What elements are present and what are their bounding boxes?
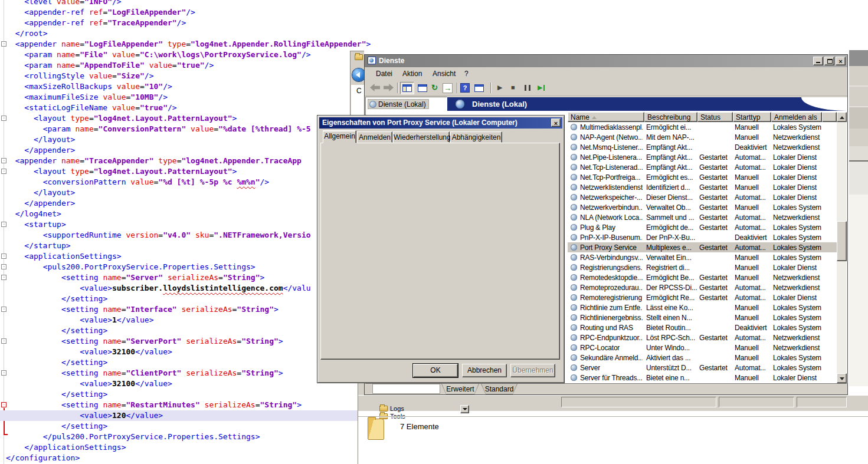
service-gear-icon: [571, 284, 577, 291]
column-label: Starttyp: [736, 113, 760, 121]
cell-status: Gestartet: [697, 203, 733, 212]
table-row[interactable]: Remoteprozedurau...Der RPCSS-Di...Gestar…: [568, 282, 837, 292]
uebernehmen-button[interactable]: Übernehmen: [510, 364, 555, 377]
back-icon[interactable]: [370, 84, 380, 91]
column-header-beschreibung[interactable]: Beschreibung: [644, 112, 697, 122]
scroll-down-button[interactable]: [837, 373, 847, 383]
cell-beschreibung: Empfängt Akt...: [644, 163, 697, 172]
table-row[interactable]: Richtlinie zum Entfe...Lässt eine Ko...M…: [568, 302, 837, 312]
refresh-icon[interactable]: ↻: [430, 83, 440, 93]
services-header-band: Dienste (Lokal): [447, 97, 847, 111]
dropdown-button[interactable]: [460, 405, 469, 413]
table-row[interactable]: Richtlinienergebniss...Stellt einen N...…: [568, 312, 837, 323]
cell-beschreibung: Empfängt Akt...: [644, 143, 697, 152]
cell-beschreibung: Aktiviert das ...: [644, 354, 697, 362]
tab-abhaengigkeiten[interactable]: Abhängigkeiten: [450, 131, 502, 143]
cell-starttyp: Automat...: [733, 223, 771, 232]
tree-item-dienste-lokal[interactable]: Dienste (Lokal): [368, 99, 429, 109]
table-row[interactable]: Netzwerkspeicher-...Dieser Dienst...Gest…: [568, 192, 837, 202]
cell-starttyp: Automat...: [733, 213, 771, 222]
back-button[interactable]: [352, 68, 364, 81]
folder-list-item[interactable]: Logs: [379, 404, 404, 412]
table-row[interactable]: Net.Tcp-Portfreiga...Ermöglicht es...Ges…: [568, 172, 837, 182]
abbrechen-button[interactable]: Abbrechen: [462, 364, 507, 377]
cell-name: Remoteprozedurau...: [568, 284, 644, 292]
table-row[interactable]: Plug & PlayErmöglicht de...GestartetAuto…: [568, 222, 837, 232]
services-gear-icon: [369, 101, 376, 108]
export-list-icon[interactable]: →: [443, 83, 453, 93]
maximize-button[interactable]: [824, 57, 834, 65]
cell-name: Multimediaklassenpl...: [568, 123, 644, 131]
start-service-icon[interactable]: ▶: [497, 84, 502, 91]
column-header-name[interactable]: Name: [568, 112, 644, 122]
column-header-status[interactable]: Status: [697, 112, 733, 122]
column-label: Beschreibung: [647, 113, 690, 121]
table-row[interactable]: Net.Msmq-Listener...Empfängt Akt...Deakt…: [568, 142, 837, 152]
table-row[interactable]: PnP-X-IP-Busenum...Der PnP-X-Bu...Deakti…: [568, 232, 837, 242]
cell-name: Remoteregistrierung: [568, 294, 644, 302]
cell-status: Gestartet: [697, 243, 733, 252]
pause-service-icon[interactable]: [525, 85, 530, 91]
tab-anmelden[interactable]: Anmelden: [357, 131, 392, 143]
cell-anmelden-als: Netzwerkdienst: [771, 284, 822, 292]
tab-standard[interactable]: Standard: [481, 384, 517, 394]
forward-icon[interactable]: [384, 84, 394, 91]
column-header-starttyp[interactable]: Starttyp: [733, 112, 771, 122]
ok-button[interactable]: OK: [413, 364, 458, 377]
service-gear-icon: [571, 254, 577, 261]
restart-service-icon[interactable]: ▶: [538, 84, 542, 91]
cell-starttyp: Manuell: [733, 183, 771, 192]
table-row[interactable]: Net.Pipe-Listenera...Empfängt Akt...Gest…: [568, 152, 837, 162]
menu-help[interactable]: ?: [464, 70, 469, 78]
table-row[interactable]: NAP-Agent (Netwo...Mit dem NAP-...Manuel…: [568, 132, 837, 142]
table-row[interactable]: Registrierungsdiens...Registriert di...M…: [568, 262, 837, 272]
help-icon[interactable]: ?: [460, 83, 470, 93]
tab-allgemein[interactable]: Allgemein: [323, 130, 356, 143]
table-row[interactable]: RAS-Verbindungsv...Verwaltet Ein...Manue…: [568, 252, 837, 262]
dialog-titlebar[interactable]: Eigenschaften von Port Proxy Service (Lo…: [319, 117, 562, 129]
table-row[interactable]: RemoteregistrierungErmöglicht Re...Gesta…: [568, 292, 837, 302]
cell-anmelden-als: Netzwerkdienst: [771, 133, 822, 141]
column-header-anmelden-als[interactable]: Anmelden als: [771, 112, 822, 122]
cell-anmelden-als: Lokales System: [771, 223, 822, 232]
dialog-close-button[interactable]: ×: [551, 119, 561, 127]
stop-service-icon[interactable]: ■: [511, 84, 515, 91]
table-row[interactable]: Net.Tcp-Listenerad...Empfängt Akt...Gest…: [568, 162, 837, 172]
menu-datei[interactable]: Datei: [376, 70, 392, 78]
table-row[interactable]: RPC-Endpunktzuor...Löst RPC-Sch...Gestar…: [568, 333, 837, 343]
cell-anmelden-als: Lokaler Dienst: [771, 173, 822, 182]
cell-starttyp: Manuell: [733, 203, 771, 212]
services-titlebar[interactable]: Dienste ×: [365, 55, 847, 67]
minimize-button[interactable]: [813, 57, 823, 65]
table-scrollbar[interactable]: [837, 112, 847, 383]
cell-beschreibung: Unter Windo...: [644, 344, 697, 352]
tab-wiederherstellung[interactable]: Wiederherstellung: [393, 131, 450, 143]
service-gear-icon: [571, 244, 577, 251]
menu-ansicht[interactable]: Ansicht: [433, 70, 456, 78]
cell-beschreibung: Der RPCSS-Di...: [644, 284, 697, 292]
show-console-tree-button[interactable]: [400, 82, 414, 94]
cell-name: RPC-Endpunktzuor...: [568, 334, 644, 342]
menu-aktion[interactable]: Aktion: [402, 70, 422, 78]
table-row[interactable]: Routing und RASBietet Routin...Deaktivie…: [568, 323, 837, 333]
table-row[interactable]: Server für Threads...Bietet eine n...Man…: [568, 373, 837, 383]
new-window-icon[interactable]: [474, 84, 484, 92]
table-row[interactable]: NetzwerklistendienstIdentifiziert d...Ge…: [568, 182, 837, 192]
cell-anmelden-als: Lokales System: [771, 254, 822, 262]
table-row[interactable]: Remotedesktopdie...Ermöglicht Be...Gesta…: [568, 272, 837, 282]
scroll-up-button[interactable]: [837, 112, 847, 122]
service-gear-icon: [571, 154, 577, 160]
table-row[interactable]: ServerUnterstützt D...GestartetAutomat..…: [568, 363, 837, 373]
table-row[interactable]: RPC-LocatorUnter Windo...ManuellNetzwerk…: [568, 343, 837, 353]
properties-icon[interactable]: [418, 84, 427, 92]
tab-erweitert[interactable]: Erweitert: [441, 384, 479, 394]
scrollbar-thumb[interactable]: [837, 221, 847, 261]
table-row[interactable]: Netzwerkverbindun...Verwaltet Ob...Gesta…: [568, 202, 837, 212]
close-button[interactable]: ×: [836, 57, 846, 65]
table-row[interactable]: Multimediaklassenpl...Ermöglicht ei...Ma…: [568, 122, 837, 132]
table-row[interactable]: Port Proxy ServiceMultiplexes e...Gestar…: [568, 242, 837, 252]
service-gear-icon: [571, 274, 577, 281]
folder-icon: [379, 406, 388, 412]
table-row[interactable]: Sekundäre Anmeld...Aktiviert das ...Manu…: [568, 353, 837, 363]
table-row[interactable]: NLA (Network Loca...Sammelt und ...Gesta…: [568, 212, 837, 222]
